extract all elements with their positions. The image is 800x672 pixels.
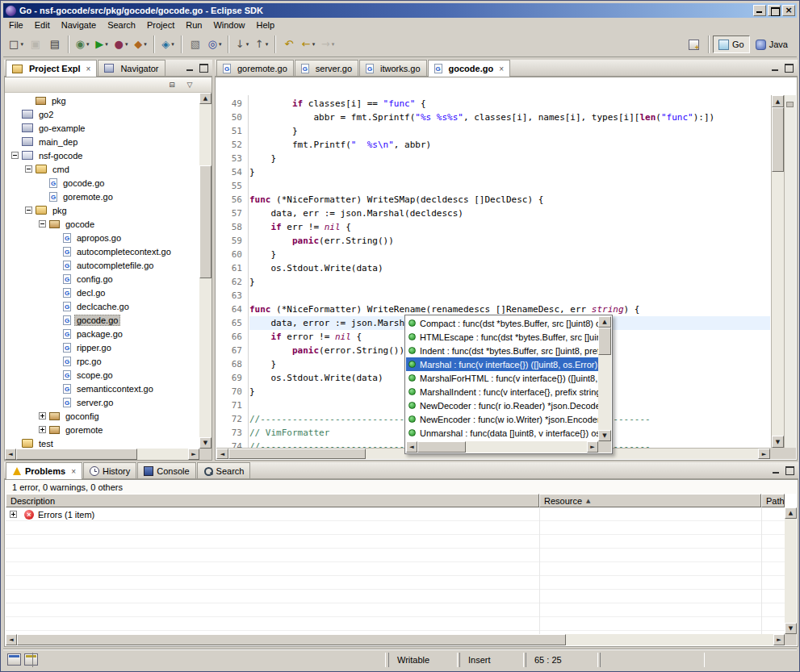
scroll-up-icon[interactable] (598, 316, 611, 328)
tree-item-goremote[interactable]: goremote (5, 423, 199, 436)
profile-button[interactable]: ●▾ (111, 35, 131, 54)
close-button[interactable] (782, 5, 795, 16)
dropdown-caret-icon[interactable]: ▾ (86, 41, 90, 48)
code-line[interactable]: } (249, 124, 770, 138)
collapse-icon[interactable] (25, 207, 32, 214)
scroll-thumb[interactable] (16, 449, 137, 460)
view-tab-search[interactable]: Search (197, 462, 251, 478)
scroll-thumb[interactable] (598, 328, 611, 355)
collapse-icon[interactable] (39, 220, 46, 227)
completion-item-unmarshal[interactable]: Unmarshal : func(data []uint8, v interfa… (406, 426, 598, 440)
editor-vertical-scrollbar[interactable] (771, 95, 784, 448)
code-line[interactable]: } (249, 152, 770, 165)
external-tools-button[interactable]: ◆▾ (131, 35, 150, 54)
dropdown-caret-icon[interactable]: ▾ (219, 41, 222, 48)
completion-item-marshalindent[interactable]: MarshalIndent : func(v interface{}, pref… (406, 385, 598, 399)
collapse-icon[interactable] (25, 165, 32, 173)
tree-item-test[interactable]: test (5, 436, 199, 449)
minimize-button[interactable] (753, 5, 766, 16)
tree-item-pkg[interactable]: pkg (5, 94, 199, 107)
view-tab-console[interactable]: Console (137, 462, 195, 478)
scroll-left-icon[interactable] (406, 441, 417, 453)
code-line[interactable]: abbr = fmt.Sprintf("%s %s%s", classes[i]… (249, 111, 770, 124)
dropdown-caret-icon[interactable]: ▾ (332, 41, 335, 48)
menu-search[interactable]: Search (102, 19, 141, 31)
explorer-horizontal-scrollbar[interactable] (5, 449, 199, 460)
tree-item-config-go[interactable]: config.go (5, 272, 199, 286)
explorer-tab-project-expl[interactable]: Project Expl (6, 60, 97, 77)
code-line[interactable]: os.Stdout.Write(data) (249, 261, 770, 275)
code-line[interactable] (249, 179, 770, 193)
dropdown-caret-icon[interactable]: ▾ (125, 41, 128, 48)
tree-item-autocompletefile-go[interactable]: autocompletefile.go (5, 258, 199, 272)
column-resource[interactable]: Resource (539, 494, 761, 507)
code-line[interactable]: panic(err.String()) (249, 234, 770, 248)
maximize-button[interactable] (768, 5, 781, 16)
tree-item-semanticcontext-go[interactable]: semanticcontext.go (5, 382, 199, 395)
next-annotation-button[interactable]: ↓▾ (232, 35, 252, 54)
scroll-right-icon[interactable] (188, 449, 199, 460)
editor-tab-goremote-go[interactable]: goremote.go (216, 60, 294, 76)
dropdown-caret-icon[interactable]: ▾ (105, 41, 108, 48)
editor-tab-server-go[interactable]: server.go (295, 60, 358, 76)
dropdown-caret-icon[interactable]: ▾ (144, 41, 147, 48)
menu-edit[interactable]: Edit (29, 19, 56, 31)
tree-item-goconfig[interactable]: goconfig (5, 409, 199, 423)
go-perspective-button[interactable]: Go (713, 35, 750, 53)
minimize-view-icon[interactable] (183, 62, 195, 73)
minimize-view-icon[interactable] (769, 62, 781, 73)
code-line[interactable]: func (*NiceFormatter) WriteSMap(decldesc… (249, 193, 770, 207)
scroll-up-icon[interactable] (199, 93, 212, 104)
debug-button[interactable]: ◉▾ (73, 35, 92, 54)
scroll-left-icon[interactable] (6, 634, 17, 645)
tree-item-gocode[interactable]: gocode (5, 217, 199, 231)
java-perspective-button[interactable]: Java (750, 35, 794, 53)
dropdown-caret-icon[interactable]: ▾ (20, 41, 23, 48)
column-path[interactable]: Path (761, 494, 785, 507)
dropdown-caret-icon[interactable]: ▾ (266, 41, 269, 48)
explorer-tab-navigator[interactable]: Navigator (98, 60, 165, 76)
column-description[interactable]: Description (6, 494, 539, 507)
scroll-down-icon[interactable] (199, 437, 212, 449)
print-button[interactable]: ▤ (45, 35, 65, 54)
scroll-down-icon[interactable] (598, 430, 611, 441)
save-button[interactable]: ▣ (26, 35, 45, 54)
completion-item-newdecoder[interactable]: NewDecoder : func(r io.Reader) *json.Dec… (406, 399, 598, 412)
scroll-down-icon[interactable] (785, 623, 797, 634)
completion-item-marshalforhtml[interactable]: MarshalForHTML : func(v interface{}) ([]… (406, 371, 598, 385)
scroll-up-icon[interactable] (785, 507, 797, 519)
minimize-view-icon[interactable] (769, 465, 781, 476)
menu-window[interactable]: Window (207, 19, 250, 31)
new-go-element-button[interactable]: ◈▾ (158, 35, 178, 54)
collapse-icon[interactable] (11, 152, 19, 159)
completion-item-compact[interactable]: Compact : func(dst *bytes.Buffer, src []… (406, 316, 598, 330)
tree-item-pkg[interactable]: pkg (5, 203, 199, 217)
view-tab-problems[interactable]: Problems (6, 462, 82, 479)
tree-item-apropos-go[interactable]: apropos.go (5, 231, 199, 244)
dropdown-caret-icon[interactable]: ▾ (246, 41, 249, 48)
problems-horizontal-scrollbar[interactable] (6, 634, 785, 645)
maximize-view-icon[interactable] (784, 465, 796, 476)
scroll-left-icon[interactable] (5, 449, 16, 460)
annotation-marker[interactable] (786, 102, 794, 107)
tree-item-scope-go[interactable]: scope.go (5, 368, 199, 382)
menu-project[interactable]: Project (141, 19, 180, 31)
expand-icon[interactable] (39, 412, 46, 419)
completion-item-newencoder[interactable]: NewEncoder : func(w io.Writer) *json.Enc… (406, 412, 598, 426)
menu-navigate[interactable]: Navigate (56, 19, 102, 31)
close-icon[interactable] (499, 64, 504, 73)
code-line[interactable]: fmt.Printf(" %s\n", abbr) (249, 138, 770, 152)
line-number-ruler[interactable]: 4950515253545556575859606162636465666768… (216, 95, 249, 448)
completion-item-marshal[interactable]: Marshal : func(v interface{}) ([]uint8, … (406, 357, 598, 371)
scroll-right-icon[interactable] (587, 441, 598, 453)
code-line[interactable]: } (249, 165, 770, 179)
tree-item-server-go[interactable]: server.go (5, 395, 199, 409)
titlebar[interactable]: Go - nsf-gocode/src/pkg/gocode/gocode.go… (3, 3, 797, 18)
code-line[interactable]: } (249, 275, 770, 289)
scroll-thumb[interactable] (199, 165, 212, 278)
forward-button[interactable]: →▾ (318, 35, 337, 54)
maximize-view-icon[interactable] (198, 62, 210, 73)
run-button[interactable]: ▶▾ (92, 35, 111, 54)
maximize-view-icon[interactable] (783, 62, 795, 73)
scroll-up-icon[interactable] (772, 95, 784, 107)
